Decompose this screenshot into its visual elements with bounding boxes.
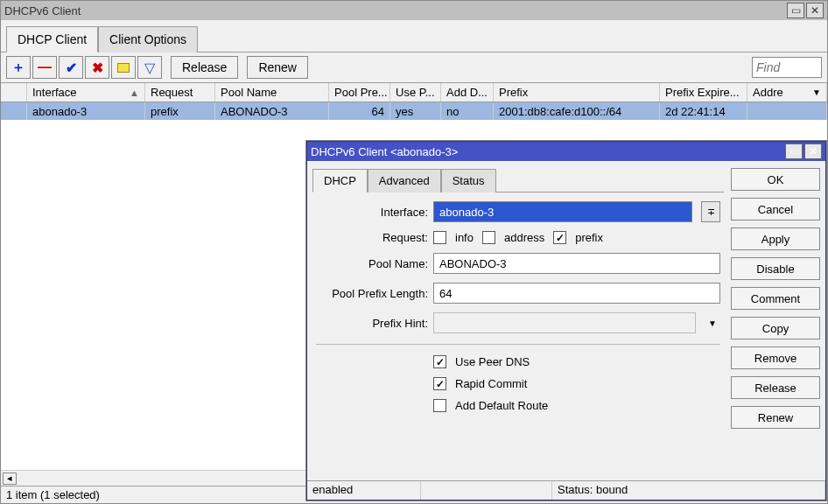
- plus-icon: ＋: [11, 59, 25, 77]
- add-button[interactable]: ＋: [6, 56, 31, 79]
- main-close-button[interactable]: ✕: [806, 3, 824, 18]
- dialog-titlebar[interactable]: DHCPv6 Client <abonado-3> ▭ ✕: [307, 142, 825, 161]
- release-button[interactable]: Release: [171, 56, 238, 79]
- table-row[interactable]: abonado-3 prefix ABONADO-3 64 yes no 200…: [1, 102, 827, 120]
- disable-button[interactable]: Disable: [731, 257, 820, 280]
- request-label: Request:: [316, 231, 428, 244]
- enable-button[interactable]: ✔: [59, 56, 83, 79]
- dialog-button-column: OK Cancel Apply Disable Comment Copy Rem…: [731, 168, 820, 475]
- apply-button[interactable]: Apply: [731, 228, 820, 250]
- request-address-label: address: [504, 231, 544, 244]
- disable-button[interactable]: ✖: [85, 56, 109, 79]
- col-pool-name[interactable]: Pool Name: [215, 83, 329, 102]
- main-window-title: DHCPv6 Client: [4, 4, 787, 18]
- request-prefix-label: prefix: [575, 231, 603, 244]
- comment-btn[interactable]: Comment: [731, 287, 820, 310]
- copy-button[interactable]: Copy: [731, 317, 820, 340]
- tab-dhcp[interactable]: DHCP: [312, 169, 368, 192]
- form-divider: [316, 344, 720, 345]
- col-request[interactable]: Request: [145, 83, 215, 102]
- main-tabs: DHCP Client Client Options: [1, 20, 827, 52]
- minus-icon: —: [38, 60, 52, 75]
- dialog-close-button[interactable]: ✕: [804, 144, 822, 159]
- col-add-d[interactable]: Add D...: [441, 83, 494, 102]
- pool-name-input[interactable]: ABONADO-3: [433, 253, 720, 274]
- renew-btn[interactable]: Renew: [731, 406, 820, 429]
- rapid-commit-label: Rapid Commit: [455, 377, 527, 390]
- prefix-hint-label: Prefix Hint:: [316, 317, 428, 330]
- interface-label: Interface:: [316, 206, 428, 219]
- add-default-route-checkbox[interactable]: [433, 399, 446, 412]
- main-titlebar: DHCPv6 Client ▭ ✕: [1, 1, 827, 20]
- tab-client-options[interactable]: Client Options: [98, 26, 198, 52]
- interface-select[interactable]: abonado-3: [433, 201, 692, 222]
- col-addre[interactable]: Addre▼: [747, 83, 827, 102]
- dialog-status-enabled: enabled: [307, 481, 421, 500]
- find-input[interactable]: [752, 57, 822, 78]
- col-prefix[interactable]: Prefix: [494, 83, 660, 102]
- tab-dhcp-client[interactable]: DHCP Client: [6, 26, 98, 52]
- dialog-tabs: DHCP Advanced Status: [312, 168, 724, 192]
- interface-dropdown-button[interactable]: ∓: [701, 201, 720, 222]
- col-use-p[interactable]: Use P...: [390, 83, 441, 102]
- col-interface[interactable]: Interface▲: [27, 83, 145, 102]
- dialog-minimize-button[interactable]: ▭: [785, 144, 803, 159]
- funnel-icon: ▽: [144, 60, 155, 76]
- pool-prefix-length-input[interactable]: 64: [433, 283, 720, 304]
- table-header: Interface▲ Request Pool Name Pool Pre...…: [1, 83, 827, 102]
- use-peer-dns-checkbox[interactable]: [433, 355, 446, 368]
- tab-advanced[interactable]: Advanced: [368, 169, 441, 192]
- filter-button[interactable]: ▽: [137, 56, 162, 79]
- col-prefix-expire[interactable]: Prefix Expire...: [660, 83, 747, 102]
- request-info-checkbox[interactable]: [433, 231, 446, 244]
- column-menu-icon[interactable]: ▼: [812, 88, 821, 97]
- main-toolbar: ＋ — ✔ ✖ ▽ Release Renew: [1, 52, 827, 83]
- col-pool-pre[interactable]: Pool Pre...: [329, 83, 390, 102]
- dialog-status-bound: Status: bound: [552, 481, 825, 500]
- add-default-route-label: Add Default Route: [455, 399, 548, 412]
- scroll-left-icon[interactable]: ◂: [3, 472, 17, 485]
- sort-asc-icon: ▲: [130, 88, 139, 98]
- check-icon: ✔: [66, 60, 77, 76]
- remove-btn[interactable]: Remove: [731, 346, 820, 369]
- cancel-button[interactable]: Cancel: [731, 198, 820, 220]
- use-peer-dns-label: Use Peer DNS: [455, 355, 530, 368]
- dialog-status-bar: enabled Status: bound: [307, 480, 825, 500]
- dhcp-client-dialog: DHCPv6 Client <abonado-3> ▭ ✕ DHCP Advan…: [306, 141, 826, 500]
- main-minimize-button[interactable]: ▭: [787, 3, 804, 18]
- rapid-commit-checkbox[interactable]: [433, 377, 446, 390]
- pool-name-label: Pool Name:: [316, 257, 428, 270]
- ok-button[interactable]: OK: [731, 168, 820, 191]
- remove-button[interactable]: —: [32, 56, 57, 79]
- tab-status[interactable]: Status: [441, 169, 496, 192]
- request-address-checkbox[interactable]: [482, 231, 495, 244]
- overline-triangle-icon: ∓: [707, 206, 715, 218]
- release-btn[interactable]: Release: [731, 376, 820, 399]
- request-info-label: info: [455, 231, 474, 244]
- prefix-hint-expand-icon[interactable]: ▼: [705, 318, 720, 328]
- note-icon: [117, 63, 130, 73]
- comment-button[interactable]: [111, 56, 136, 79]
- prefix-hint-input[interactable]: [433, 312, 696, 333]
- pool-prefix-length-label: Pool Prefix Length:: [316, 287, 428, 300]
- cross-icon: ✖: [92, 60, 103, 76]
- request-prefix-checkbox[interactable]: [553, 231, 566, 244]
- dialog-title: DHCPv6 Client <abonado-3>: [311, 145, 785, 158]
- renew-button[interactable]: Renew: [247, 56, 308, 79]
